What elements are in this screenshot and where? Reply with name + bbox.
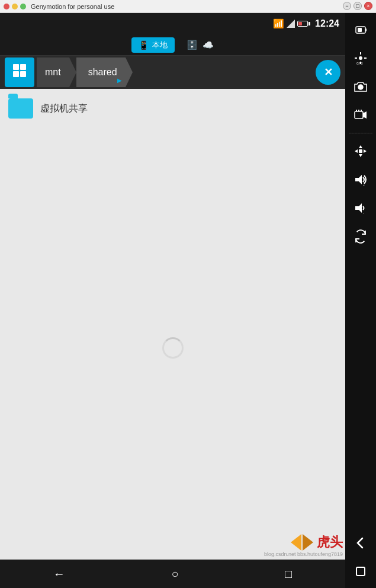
svg-rect-24 (359, 149, 362, 153)
file-name: 虚拟机共享 (40, 103, 88, 115)
svg-rect-3 (13, 71, 19, 77)
maximize-button[interactable]: □ (353, 2, 362, 10)
clock: 12:24 (315, 18, 339, 29)
file-list-area: 虚拟机共享 (0, 89, 345, 560)
sidebar-divider-1 (349, 133, 372, 133)
svg-text:+: + (363, 183, 365, 187)
video-icon (353, 108, 368, 122)
svg-text:GPS: GPS (356, 62, 363, 65)
breadcrumb-shared-label: shared (88, 67, 117, 78)
folder-icon (8, 98, 33, 119)
svg-marker-22 (355, 149, 358, 153)
recent-button[interactable]: □ (273, 563, 304, 586)
svg-marker-0 (287, 20, 295, 28)
svg-text:-: - (363, 212, 364, 215)
volume-up-icon: + (353, 172, 368, 187)
breadcrumb-close-button[interactable]: ✕ (316, 60, 340, 85)
close-button[interactable]: × (364, 2, 372, 10)
back-sidebar-icon (353, 536, 368, 550)
nav-tabs-bar: 📱 本地 🗄️ ☁️ (0, 34, 345, 56)
rotate-icon (353, 229, 368, 244)
tab-local[interactable]: 📱 本地 (131, 37, 175, 53)
volume-up-button[interactable]: + (348, 167, 374, 193)
cloud-icon[interactable]: ☁️ (203, 40, 214, 50)
window-controls (4, 4, 26, 9)
home-sidebar-icon (353, 564, 368, 579)
svg-marker-23 (364, 149, 367, 153)
android-screen: 📶 12:24 📱 本地 (0, 13, 345, 588)
svg-rect-29 (356, 567, 365, 576)
svg-marker-21 (359, 154, 362, 157)
camera-icon (353, 79, 368, 94)
volume-down-button[interactable]: - (348, 195, 374, 221)
svg-rect-1 (13, 64, 19, 70)
tab-local-label: 本地 (152, 40, 168, 50)
svg-marker-25 (355, 175, 362, 184)
battery-sidebar-button[interactable] (348, 17, 374, 43)
battery-sidebar-icon (353, 23, 368, 37)
phone-icon: 📱 (139, 40, 149, 50)
svg-marker-20 (359, 145, 362, 148)
cloud-icons-group: 🗄️ ☁️ (187, 40, 214, 50)
svg-rect-4 (20, 71, 26, 77)
close-icon: ✕ (324, 66, 333, 79)
video-button[interactable] (348, 102, 374, 128)
signal-icon (287, 20, 295, 28)
window-button-group: − □ × (343, 2, 372, 10)
dpad-icon (353, 144, 368, 158)
minimize-button[interactable]: − (343, 2, 351, 10)
back-sidebar-button[interactable] (348, 530, 374, 556)
breadcrumb-bar: mnt shared ▶ ✕ (0, 56, 345, 89)
battery-icon (297, 21, 310, 27)
gps-button[interactable]: GPS (348, 45, 374, 71)
svg-rect-2 (20, 64, 26, 70)
maximize-dot[interactable] (20, 4, 26, 9)
storage-icon[interactable]: 🗄️ (187, 40, 198, 50)
breadcrumb-home-button[interactable] (5, 57, 34, 87)
wifi-icon: 📶 (273, 18, 284, 29)
volume-down-icon: - (353, 201, 368, 215)
camera-button[interactable] (348, 74, 374, 100)
title-bar: Genymotion for personal use − □ × (0, 0, 376, 13)
svg-point-14 (358, 85, 363, 90)
gps-icon: GPS (353, 51, 368, 65)
loading-spinner (162, 337, 184, 359)
svg-rect-15 (355, 111, 363, 119)
svg-marker-16 (363, 111, 367, 119)
status-bar: 📶 12:24 (0, 13, 345, 34)
title-text: Genymotion for personal use (31, 3, 114, 10)
svg-marker-27 (355, 203, 362, 213)
svg-rect-7 (365, 28, 367, 31)
home-sidebar-button[interactable] (348, 558, 374, 584)
bottom-nav: ← ○ □ (0, 560, 345, 588)
list-item[interactable]: 虚拟机共享 (6, 95, 339, 122)
status-icons: 📶 12:24 (273, 18, 339, 29)
svg-rect-6 (358, 28, 362, 32)
minimize-dot[interactable] (12, 4, 18, 9)
close-dot[interactable] (4, 4, 9, 9)
breadcrumb-segment-mnt[interactable]: mnt (37, 57, 69, 87)
home-icon (12, 63, 27, 82)
breadcrumb-segment-shared[interactable]: shared ▶ (76, 57, 126, 87)
home-button[interactable]: ○ (159, 563, 190, 586)
breadcrumb-mnt-label: mnt (45, 67, 61, 78)
back-button[interactable]: ← (41, 563, 77, 586)
right-sidebar: GPS (345, 13, 376, 588)
dpad-button[interactable] (348, 138, 374, 164)
rotate-button[interactable] (348, 223, 374, 250)
emulator-wrapper: 📶 12:24 📱 本地 (0, 13, 376, 588)
svg-point-8 (359, 56, 362, 60)
